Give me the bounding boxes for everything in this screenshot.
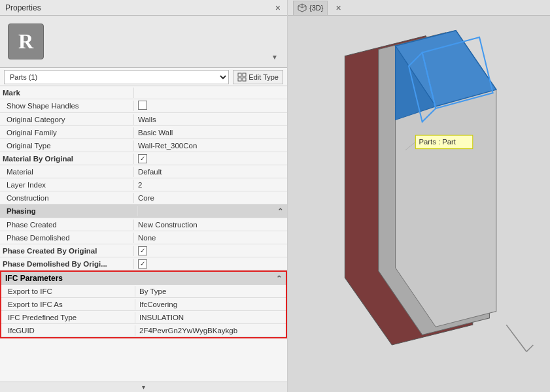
prop-label-material: Material bbox=[0, 167, 134, 177]
prop-value-mat-by-orig bbox=[134, 153, 287, 165]
prop-row-phase-dem-orig: Phase Demolished By Origi... bbox=[0, 257, 287, 270]
properties-table: Mark Show Shape Handles Original Categor… bbox=[0, 86, 287, 382]
prop-label-construction: Construction bbox=[0, 193, 134, 203]
svg-rect-3 bbox=[243, 78, 246, 81]
prop-value-ifcguid: 2F4PevrGn2YwWygBKaykgb bbox=[135, 325, 286, 336]
prop-label-ifcguid: IfcGUID bbox=[1, 325, 135, 336]
prop-value-construction: Core bbox=[134, 193, 287, 203]
prop-value-mark bbox=[134, 91, 287, 94]
ifc-section-wrapper: IFC Parameters ⌃ Export to IFC By Type E… bbox=[0, 270, 287, 338]
svg-rect-2 bbox=[238, 78, 241, 81]
prop-value-orig-family: Basic Wall bbox=[134, 127, 287, 138]
scroll-down-arrow[interactable]: ▼ bbox=[270, 52, 279, 62]
prop-value-layer-index: 2 bbox=[134, 180, 287, 190]
parts-select[interactable]: Parts (1) bbox=[4, 70, 229, 84]
section-header-phasing: Phasing ⌃ bbox=[0, 204, 287, 218]
prop-value-phase-demolished: None bbox=[134, 233, 287, 243]
prop-row-mat-by-orig: Material By Original bbox=[0, 152, 287, 165]
svg-rect-0 bbox=[238, 73, 241, 76]
checkbox-phase-dem-orig[interactable] bbox=[138, 259, 147, 269]
properties-titlebar: Properties × bbox=[0, 0, 287, 16]
view-3d-panel: {3D} × Parts : Part bbox=[288, 0, 550, 392]
prop-label-phase-created-orig: Phase Created By Original bbox=[0, 246, 134, 256]
phasing-collapse-icon[interactable]: ⌃ bbox=[277, 207, 283, 216]
phasing-header-label: Phasing bbox=[4, 206, 138, 216]
prop-row-orig-cat: Original Category Walls bbox=[0, 113, 287, 126]
view-titlebar: {3D} × bbox=[288, 0, 550, 16]
svg-rect-1 bbox=[243, 73, 246, 76]
properties-close-button[interactable]: × bbox=[274, 3, 282, 12]
prop-value-phase-created-orig bbox=[134, 245, 287, 257]
prop-row-mark: Mark bbox=[0, 86, 287, 99]
prop-value-orig-cat: Walls bbox=[134, 114, 287, 125]
checkbox-phase-created-orig[interactable] bbox=[138, 246, 147, 255]
prop-row-export-ifc-as: Export to IFC As IfcCovering bbox=[1, 298, 286, 311]
svg-text:Parts : Part: Parts : Part bbox=[419, 138, 456, 146]
prop-label-ifc-predef: IFC Predefined Type bbox=[1, 312, 135, 323]
selector-row: Parts (1) Edit Type bbox=[0, 68, 287, 86]
prop-row-construction: Construction Core bbox=[0, 191, 287, 204]
3d-scene-svg: Parts : Part bbox=[288, 16, 550, 392]
edit-type-label: Edit Type bbox=[249, 73, 279, 81]
prop-value-show-shape bbox=[134, 99, 287, 112]
prop-label-orig-type: Original Type bbox=[0, 140, 134, 151]
checkbox-mat-by-orig[interactable] bbox=[138, 154, 147, 163]
prop-row-ifc-predef: IFC Predefined Type INSULATION bbox=[1, 311, 286, 324]
properties-panel: Properties × R ▼ Parts (1) Edit Type Mar… bbox=[0, 0, 288, 392]
3d-cube-icon bbox=[298, 3, 307, 12]
scroll-down-bottom[interactable]: ▾ bbox=[0, 382, 287, 392]
panel-title: Properties bbox=[5, 3, 41, 12]
prop-value-orig-type: Wall-Ret_300Con bbox=[134, 140, 287, 151]
prop-label-phase-demolished: Phase Demolished bbox=[0, 233, 134, 243]
prop-row-layer-index: Layer Index 2 bbox=[0, 178, 287, 191]
prop-label-orig-cat: Original Category bbox=[0, 114, 134, 125]
prop-row-phase-created: Phase Created New Construction bbox=[0, 218, 287, 231]
view-close-button[interactable]: × bbox=[334, 3, 342, 12]
prop-label-layer-index: Layer Index bbox=[0, 180, 134, 190]
prop-value-material: Default bbox=[134, 167, 287, 177]
prop-row-orig-type: Original Type Wall-Ret_300Con bbox=[0, 139, 287, 152]
prop-row-export-ifc: Export to IFC By Type bbox=[1, 285, 286, 298]
prop-value-export-ifc: By Type bbox=[135, 286, 286, 297]
ifc-collapse-icon[interactable]: ⌃ bbox=[276, 274, 282, 283]
prop-value-export-ifc-as: IfcCovering bbox=[135, 299, 286, 310]
prop-row-phase-created-orig: Phase Created By Original bbox=[0, 244, 287, 257]
revit-logo-area: R ▼ bbox=[0, 16, 287, 68]
prop-value-phase-created: New Construction bbox=[134, 220, 287, 230]
prop-label-phase-created: Phase Created bbox=[0, 220, 134, 230]
revit-logo: R bbox=[8, 24, 44, 59]
prop-label-export-ifc-as: Export to IFC As bbox=[1, 299, 135, 310]
view-tab-label: {3D} bbox=[309, 4, 323, 12]
edit-type-icon bbox=[237, 73, 247, 82]
prop-label-mat-by-orig: Material By Original bbox=[0, 154, 134, 164]
prop-label-phase-dem-orig: Phase Demolished By Origi... bbox=[0, 259, 134, 269]
checkbox-show-shape[interactable] bbox=[138, 101, 147, 110]
prop-label-orig-family: Original Family bbox=[0, 127, 134, 138]
prop-label-export-ifc: Export to IFC bbox=[1, 286, 135, 297]
svg-line-7 bbox=[302, 6, 306, 8]
view-tab-3d[interactable]: {3D} bbox=[293, 1, 328, 15]
prop-value-ifc-predef: INSULATION bbox=[135, 312, 286, 323]
prop-row-ifcguid: IfcGUID 2F4PevrGn2YwWygBKaykgb bbox=[1, 324, 286, 337]
ifc-header-label: IFC Parameters bbox=[5, 274, 63, 283]
prop-label-mark: Mark bbox=[0, 88, 134, 98]
prop-row-show-shape: Show Shape Handles bbox=[0, 99, 287, 113]
prop-row-orig-family: Original Family Basic Wall bbox=[0, 126, 287, 139]
edit-type-button[interactable]: Edit Type bbox=[233, 70, 283, 84]
prop-row-material: Material Default bbox=[0, 165, 287, 178]
section-header-ifc: IFC Parameters ⌃ bbox=[1, 272, 286, 285]
prop-label-show-shape: Show Shape Handles bbox=[0, 101, 134, 111]
svg-line-6 bbox=[298, 6, 302, 8]
prop-row-phase-demolished: Phase Demolished None bbox=[0, 231, 287, 244]
prop-value-phase-dem-orig bbox=[134, 258, 287, 270]
view-3d-area: Parts : Part bbox=[288, 16, 550, 392]
